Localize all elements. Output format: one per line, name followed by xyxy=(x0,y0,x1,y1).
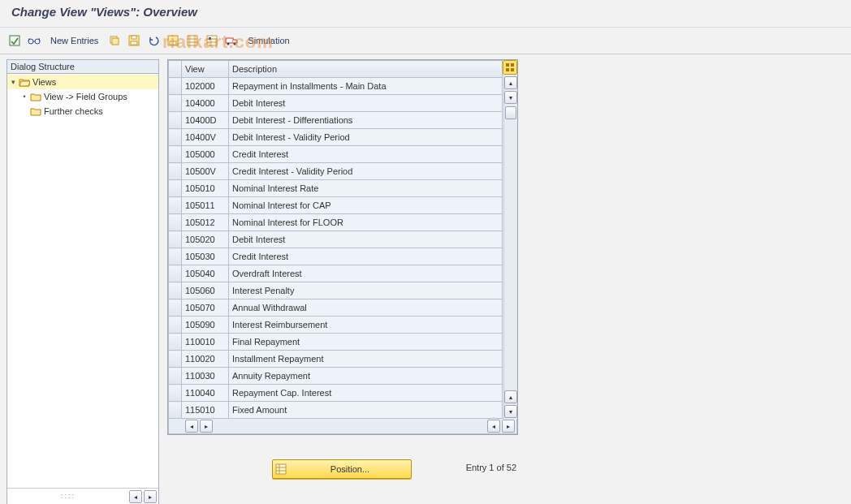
expand-icon[interactable] xyxy=(6,32,23,49)
row-selector[interactable] xyxy=(169,112,182,129)
table-row[interactable]: 10400VDebit Interest - Validity Period xyxy=(169,129,517,146)
table-row[interactable]: 110010Final Repayment xyxy=(169,334,517,351)
cell-view[interactable]: 105030 xyxy=(182,248,229,265)
cell-description[interactable]: Installment Repayment xyxy=(229,351,503,368)
table-row[interactable]: 105040Overdraft Interest xyxy=(169,265,517,282)
cell-view[interactable]: 105000 xyxy=(182,146,229,163)
cell-description[interactable]: Fixed Amount xyxy=(229,402,503,419)
tree-node-field-groups[interactable]: • View -> Field Groups xyxy=(7,89,158,104)
transport-icon[interactable] xyxy=(223,32,240,49)
cell-view[interactable]: 105090 xyxy=(182,317,229,334)
position-button[interactable]: Position... xyxy=(272,459,412,479)
cell-description[interactable]: Nominal Interest for FLOOR xyxy=(229,214,503,231)
row-selector[interactable] xyxy=(169,231,182,248)
cell-view[interactable]: 115010 xyxy=(182,402,229,419)
col-view-header[interactable]: View xyxy=(182,61,229,78)
cell-view[interactable]: 110020 xyxy=(182,351,229,368)
cell-description[interactable]: Interest Reimbursement xyxy=(229,317,503,334)
cell-description[interactable]: Overdraft Interest xyxy=(229,265,503,282)
row-selector[interactable] xyxy=(169,351,182,368)
new-entries-button[interactable]: New Entries xyxy=(45,32,103,49)
table-row[interactable]: 105030Credit Interest xyxy=(169,248,517,265)
row-selector[interactable] xyxy=(169,180,182,197)
table-row[interactable]: 10400DDebit Interest - Differentiations xyxy=(169,112,517,129)
cell-description[interactable]: Final Repayment xyxy=(229,334,503,351)
cell-description[interactable]: Debit Interest xyxy=(229,231,503,248)
table-row[interactable]: 110020Installment Repayment xyxy=(169,351,517,368)
row-selector[interactable] xyxy=(169,146,182,163)
table-row[interactable]: 102000Repayment in Installments - Main D… xyxy=(169,78,517,95)
simulation-button[interactable]: Simulation xyxy=(243,32,294,49)
configure-columns-button[interactable] xyxy=(503,60,517,75)
row-selector[interactable] xyxy=(169,402,182,419)
row-selector[interactable] xyxy=(169,248,182,265)
row-selector[interactable] xyxy=(169,385,182,402)
cell-description[interactable]: Repayment Cap. Interest xyxy=(229,385,503,402)
copy-icon[interactable] xyxy=(106,32,123,49)
scroll-right-button[interactable]: ▸ xyxy=(144,490,157,503)
table-row[interactable]: 115010Fixed Amount xyxy=(169,402,517,419)
cell-view[interactable]: 105020 xyxy=(182,231,229,248)
hscroll-track[interactable] xyxy=(214,421,486,431)
cell-view[interactable]: 105010 xyxy=(182,180,229,197)
glasses-icon[interactable] xyxy=(26,32,42,49)
row-selector[interactable] xyxy=(169,129,182,146)
row-selector[interactable] xyxy=(169,214,182,231)
cell-view[interactable]: 10400D xyxy=(182,112,229,129)
row-selector[interactable] xyxy=(169,197,182,214)
cell-view[interactable]: 110030 xyxy=(182,368,229,385)
cell-view[interactable]: 105060 xyxy=(182,282,229,299)
row-selector[interactable] xyxy=(169,95,182,112)
scroll-left-button[interactable]: ◂ xyxy=(129,490,142,503)
select-all-icon[interactable] xyxy=(184,32,201,49)
cell-view[interactable]: 110040 xyxy=(182,385,229,402)
cell-description[interactable]: Annual Withdrawal xyxy=(229,299,503,317)
row-selector[interactable] xyxy=(169,265,182,282)
table-row[interactable]: 110040Repayment Cap. Interest xyxy=(169,385,517,402)
cell-description[interactable]: Annuity Repayment xyxy=(229,368,503,385)
deselect-all-icon[interactable] xyxy=(204,32,220,49)
collapse-icon[interactable]: ▾ xyxy=(9,78,17,86)
row-selector[interactable] xyxy=(169,282,182,299)
save-icon[interactable] xyxy=(126,32,142,49)
table-row[interactable]: 105011Nominal Interest for CAP xyxy=(169,197,517,214)
cell-description[interactable]: Credit Interest xyxy=(229,248,503,265)
scroll-down-button[interactable]: ▾ xyxy=(504,91,517,104)
cell-view[interactable]: 110010 xyxy=(182,334,229,351)
scroll-left2-button[interactable]: ◂ xyxy=(487,420,500,433)
cell-view[interactable]: 10400V xyxy=(182,129,229,146)
table-row[interactable]: 105060Interest Penalty xyxy=(169,282,517,299)
save2-icon[interactable] xyxy=(165,32,181,49)
vscroll-thumb[interactable] xyxy=(505,106,516,119)
cell-view[interactable]: 102000 xyxy=(182,78,229,95)
row-selector-header[interactable] xyxy=(169,61,182,78)
table-row[interactable]: 110030Annuity Repayment xyxy=(169,368,517,385)
col-description-header[interactable]: Description xyxy=(229,61,503,78)
cell-view[interactable]: 10500V xyxy=(182,163,229,180)
scroll-up-button[interactable]: ▴ xyxy=(504,76,517,89)
scroll-up2-button[interactable]: ▴ xyxy=(504,390,517,403)
tree-node-views[interactable]: ▾ Views xyxy=(7,75,158,89)
row-selector[interactable] xyxy=(169,78,182,95)
cell-description[interactable]: Debit Interest xyxy=(229,95,503,112)
table-row[interactable]: 105020Debit Interest xyxy=(169,231,517,248)
table-row[interactable]: 105000Credit Interest xyxy=(169,146,517,163)
cell-description[interactable]: Nominal Interest for CAP xyxy=(229,197,503,214)
table-row[interactable]: 104000Debit Interest xyxy=(169,95,517,112)
cell-view[interactable]: 105040 xyxy=(182,265,229,282)
table-row[interactable]: 105010Nominal Interest Rate xyxy=(169,180,517,197)
cell-description[interactable]: Debit Interest - Validity Period xyxy=(229,129,503,146)
vscroll-track[interactable] xyxy=(504,105,517,390)
cell-description[interactable]: Interest Penalty xyxy=(229,282,503,299)
cell-description[interactable]: Repayment in Installments - Main Data xyxy=(229,78,503,95)
scroll-right2-button[interactable]: ▸ xyxy=(502,420,515,433)
cell-description[interactable]: Credit Interest - Validity Period xyxy=(229,163,503,180)
tree-node-further-checks[interactable]: Further checks xyxy=(7,104,158,118)
cell-view[interactable]: 104000 xyxy=(182,95,229,112)
row-selector[interactable] xyxy=(169,334,182,351)
table-row[interactable]: 105090Interest Reimbursement xyxy=(169,317,517,334)
undo-icon[interactable] xyxy=(145,32,162,49)
row-selector[interactable] xyxy=(169,368,182,385)
scroll-left-button[interactable]: ◂ xyxy=(185,420,198,433)
table-row[interactable]: 10500VCredit Interest - Validity Period xyxy=(169,163,517,180)
